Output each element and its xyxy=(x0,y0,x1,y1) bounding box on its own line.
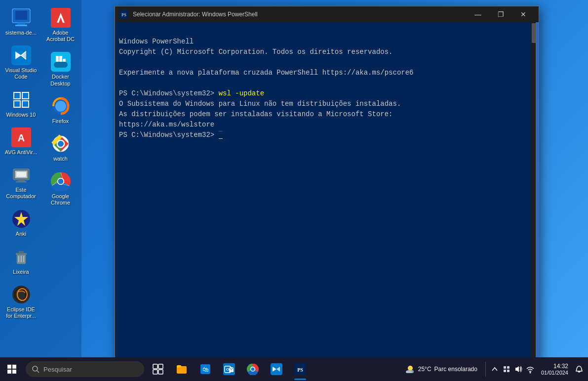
taskbar: Pesquisar 🛍 xyxy=(0,357,588,381)
taskbar-powershell-icon: PS xyxy=(294,363,306,375)
svg-rect-53 xyxy=(7,365,11,369)
desktop-icon-adobe[interactable]: Adobe Acrobat DC xyxy=(42,5,79,45)
minimize-button[interactable]: — xyxy=(467,6,489,22)
svg-rect-64 xyxy=(177,365,181,368)
computer-icon xyxy=(11,165,31,185)
ps-line-1: Windows PowerShell Copyright (C) Microso… xyxy=(119,38,414,139)
taskbar-separator xyxy=(485,362,486,377)
volume-icon[interactable] xyxy=(513,364,523,374)
chevron-up-icon xyxy=(491,366,498,373)
desktop-icon-watch[interactable]: watch xyxy=(42,131,79,165)
windows10-icon xyxy=(11,90,31,110)
svg-rect-12 xyxy=(23,101,28,107)
desktop-icon-sistema[interactable]: sistema-de... xyxy=(2,5,39,39)
svg-rect-20 xyxy=(16,172,26,177)
taskbar-notifications-area[interactable] xyxy=(502,364,511,374)
firefox-label: Firefox xyxy=(52,118,69,125)
taskbar-app-powershell[interactable]: PS xyxy=(288,357,312,381)
sistema-icon xyxy=(11,8,31,28)
taskbar-vscode-icon xyxy=(271,363,282,375)
weather-temp: 25°C xyxy=(418,366,431,373)
svg-rect-18 xyxy=(16,181,27,182)
svg-rect-54 xyxy=(12,365,16,369)
docker-label: Docker Desktop xyxy=(44,74,77,86)
svg-rect-55 xyxy=(7,370,11,374)
svg-rect-37 xyxy=(59,59,62,62)
hidden-icons-button[interactable] xyxy=(490,364,500,374)
search-icon xyxy=(32,365,39,373)
chrome-icon xyxy=(51,171,71,191)
svg-rect-35 xyxy=(54,62,68,68)
maximize-button[interactable]: ❐ xyxy=(489,6,512,22)
vscode-icon xyxy=(11,45,31,65)
svg-point-47 xyxy=(58,141,64,147)
powershell-content[interactable]: Windows PowerShell Copyright (C) Microso… xyxy=(115,22,539,361)
svg-rect-11 xyxy=(14,101,20,107)
powershell-titlebar: PS Selecionar Administrador: Windows Pow… xyxy=(115,6,539,22)
taskbar-app-taskview[interactable] xyxy=(146,357,170,381)
docker-icon xyxy=(51,52,71,72)
taskbar-app-vscode[interactable] xyxy=(265,357,288,381)
desktop-icon-lixeira[interactable]: Lixeira xyxy=(2,244,39,278)
store-icon: 🛍 xyxy=(199,363,211,375)
start-button[interactable] xyxy=(0,357,24,381)
desktop-icon-avg[interactable]: A AVG AntiVir... xyxy=(2,125,39,159)
taskbar-weather[interactable]: 25°C Parc ensolarado xyxy=(401,364,481,374)
desktop-icon-docker[interactable]: Docker Desktop xyxy=(42,49,79,89)
svg-rect-2 xyxy=(17,23,25,25)
desktop-icon-anki[interactable]: Anki xyxy=(2,206,39,240)
lixeira-label: Lixeira xyxy=(13,269,29,275)
close-button[interactable]: ✕ xyxy=(512,6,535,22)
svg-rect-60 xyxy=(158,364,163,369)
anki-icon xyxy=(11,209,31,229)
desktop-icon-chrome[interactable]: Google Chrome xyxy=(42,169,79,209)
svg-rect-62 xyxy=(158,370,163,374)
svg-rect-59 xyxy=(153,364,157,369)
svg-rect-83 xyxy=(507,370,510,372)
taskbar-app-explorer[interactable] xyxy=(170,357,194,381)
chrome-label: Google Chrome xyxy=(44,193,77,206)
desktop-icon-eclipse[interactable]: Eclipse IDE for Enterpr... xyxy=(2,282,39,322)
desktop-icon-vscode[interactable]: Visual Studio Code xyxy=(2,42,39,83)
taskbar-app-store[interactable]: 🛍 xyxy=(194,357,217,381)
svg-rect-10 xyxy=(23,93,28,98)
taskbar-app-chrome[interactable] xyxy=(241,357,265,381)
svg-rect-79 xyxy=(406,371,412,373)
desktop-icon-computer[interactable]: Este Computador xyxy=(2,162,39,203)
svg-text:A: A xyxy=(17,132,24,143)
svg-rect-80 xyxy=(504,366,506,369)
windows10-label: Windows 10 xyxy=(6,112,36,118)
lixeira-icon xyxy=(11,247,31,267)
network-icon[interactable] xyxy=(525,364,535,374)
taskbar-app-outlook[interactable]: O xyxy=(217,357,241,381)
svg-point-50 xyxy=(58,179,63,184)
notification-button[interactable] xyxy=(574,364,584,374)
outlook-icon: O xyxy=(223,363,235,375)
svg-rect-40 xyxy=(59,56,62,59)
svg-rect-3 xyxy=(15,25,27,26)
firefox-icon xyxy=(51,96,71,116)
speaker-icon xyxy=(514,365,523,374)
scrollbar-side-accent xyxy=(536,22,539,361)
watch-label: watch xyxy=(53,156,68,162)
adobe-icon xyxy=(51,8,71,28)
svg-text:O: O xyxy=(226,367,229,372)
svg-text:PS: PS xyxy=(121,12,126,17)
svg-text:🛍: 🛍 xyxy=(202,366,209,373)
desktop-icon-windows10[interactable]: Windows 10 xyxy=(2,87,39,121)
svg-rect-33 xyxy=(51,8,71,28)
weather-desc: Parc ensolarado xyxy=(434,366,477,373)
powershell-controls: — ❐ ✕ xyxy=(467,6,535,22)
weather-icon xyxy=(405,364,415,374)
avg-label: AVG AntiVir... xyxy=(5,149,38,156)
clock-date: 01/01/2024 xyxy=(541,370,568,376)
svg-rect-17 xyxy=(18,180,25,181)
desktop-icon-firefox[interactable]: Firefox xyxy=(42,93,79,127)
anki-label: Anki xyxy=(16,231,26,237)
taskbar-search[interactable]: Pesquisar xyxy=(26,361,144,377)
taskbar-clock[interactable]: 14:32 01/01/2024 xyxy=(537,363,572,376)
clock-time: 14:32 xyxy=(553,363,568,370)
svg-rect-39 xyxy=(56,56,59,59)
notification-icon xyxy=(575,365,583,373)
svg-rect-82 xyxy=(504,370,506,372)
